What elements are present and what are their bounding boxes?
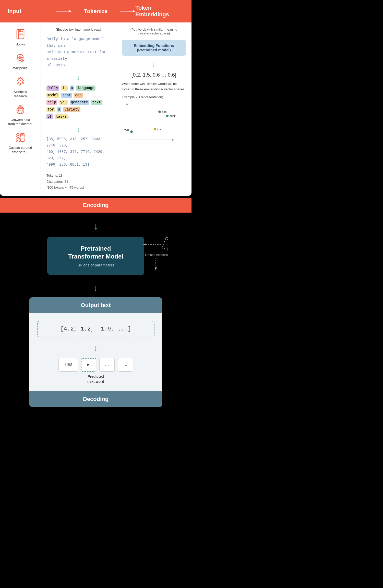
internet-icon: WWW — [14, 103, 27, 116]
svg-point-51 — [158, 111, 161, 113]
svg-text:WWW: WWW — [18, 106, 22, 108]
encoding-label: Encoding — [83, 202, 109, 208]
sentence-plain: Dolly is a language model that canhelp y… — [46, 36, 110, 69]
predicted-label: Predictednext word — [37, 374, 154, 384]
stat-chars: Characters: 81 — [46, 179, 110, 185]
output-arrow-from-transformer: ↓ — [93, 283, 98, 293]
svg-marker-3 — [133, 10, 135, 13]
tokenize-subtitle: (Encode text into numeric rep.) — [46, 28, 110, 31]
input-column: Books Wikipedia — [0, 22, 41, 196]
curated-label: Custom curateddata sets ... — [9, 146, 32, 154]
encoding-bar: Encoding — [0, 198, 192, 213]
svg-line-37 — [18, 135, 19, 136]
word-this: This — [58, 358, 78, 372]
book-icon — [14, 28, 27, 41]
black-section: ↓ PretrainedTransformer Model Billions o… — [0, 213, 192, 415]
svg-marker-63 — [155, 267, 157, 271]
input-title: Input — [8, 8, 21, 15]
encode-arrow: ↓ — [93, 220, 98, 232]
input-curated: Custom curateddata sets ... — [9, 131, 32, 154]
output-header: Output text — [29, 297, 162, 313]
human-feedback-label: Human Feedback — [144, 253, 168, 257]
science-label: Scientificresearch — [14, 90, 27, 99]
header-tokenize: Tokenize — [71, 8, 120, 15]
output-down-arrow: ↓ — [37, 344, 154, 353]
science-icon — [14, 75, 27, 88]
word-ellipsis-2: ... — [118, 358, 133, 372]
svg-point-59 — [165, 237, 168, 240]
vector-value: [0.2, 1.5, 0.6 … 0.6] — [122, 72, 186, 78]
token-numbers: [35, 5098, 318, 257, 3303, 2746, 326,460… — [46, 136, 110, 168]
tokenize-column: (Encode text into numeric rep.) Dolly is… — [41, 22, 116, 196]
svg-text:puppy: puppy — [170, 114, 175, 117]
input-science: Scientificresearch — [14, 75, 27, 99]
arrow-1 — [56, 9, 71, 14]
stat-note: (100 tokens ~= 75 words) — [46, 185, 110, 190]
svg-point-18 — [20, 80, 21, 81]
transformer-box: PretrainedTransformer Model Billions of … — [47, 237, 144, 275]
transformer-title: PretrainedTransformer Model — [60, 244, 131, 260]
header-bar: Input Tokenize Token Embeddings — [0, 0, 192, 22]
word-ellipsis-1: ... — [99, 358, 115, 372]
wikipedia-label: Wikipedia — [13, 66, 27, 70]
svg-text:dog: dog — [162, 110, 166, 113]
embeddings-title: Token Embeddings — [135, 5, 184, 18]
svg-marker-61 — [143, 243, 146, 246]
tokenize-title: Tokenize — [84, 8, 108, 15]
internet-label: Crawled datafrom the internet — [8, 118, 32, 127]
svg-marker-1 — [69, 10, 71, 13]
output-body: [4.2, 1.2, -1.9, ...] ↓ This is ... ... … — [29, 313, 162, 391]
word-is: is — [81, 358, 96, 372]
output-vector: [4.2, 1.2, -1.9, ...] — [37, 321, 154, 337]
decoding-bar: Decoding — [29, 391, 162, 407]
input-internet: WWW Crawled datafrom the internet — [8, 103, 32, 127]
svg-point-26 — [20, 84, 21, 86]
token-sentence: Dolly is a language model that can help … — [46, 84, 110, 120]
svg-point-53 — [166, 115, 169, 117]
feedback-down-arrow — [153, 258, 158, 271]
human-feedback-arrow — [140, 237, 171, 252]
svg-text:van: van — [124, 128, 129, 131]
embedding-subtitle: (Put words with similar meaningclose in … — [122, 28, 186, 35]
svg-line-43 — [18, 139, 19, 141]
word-boxes: This is ... ... — [37, 358, 154, 372]
arrow-down-2: ↓ — [46, 125, 110, 133]
input-books: Books — [14, 28, 27, 47]
stat-tokens: Tokens: 18 — [46, 173, 110, 178]
wikipedia-icon — [14, 51, 27, 65]
svg-point-57 — [130, 130, 133, 133]
embedding-chart: dog puppy car van — [122, 102, 173, 142]
transformer-subtitle: Billions of parameters — [60, 263, 131, 267]
svg-rect-9 — [19, 30, 20, 32]
input-wikipedia: Wikipedia — [13, 51, 27, 70]
svg-line-23 — [18, 78, 19, 79]
header-input: Input — [8, 8, 56, 15]
main-grid: Books Wikipedia — [0, 22, 192, 196]
embedding-arrow-down: ↓ — [122, 60, 186, 68]
arrow-2 — [120, 9, 135, 14]
embedding-function-label: Embedding Functions(Pretrained model) — [134, 43, 174, 52]
curated-icon — [14, 131, 27, 144]
token-stats: Tokens: 18 Characters: 81 (100 tokens ~=… — [46, 173, 110, 190]
svg-text:car: car — [157, 128, 161, 131]
svg-marker-50 — [172, 139, 174, 141]
embedding-example-label: Example 2D representation; — [122, 95, 186, 99]
output-section: Output text [4.2, 1.2, -1.9, ...] ↓ This… — [29, 297, 162, 407]
embedding-function-box: Embedding Functions(Pretrained model) — [122, 40, 186, 56]
svg-point-55 — [154, 128, 156, 130]
embedding-column: (Put words with similar meaningclose in … — [116, 22, 192, 196]
books-label: Books — [16, 42, 25, 47]
header-embeddings: Token Embeddings — [135, 5, 184, 18]
arrow-down-1: ↓ — [46, 74, 110, 82]
svg-marker-48 — [126, 103, 128, 105]
chart-svg: dog puppy car van — [122, 102, 175, 145]
human-feedback-area: Human Feedback — [140, 237, 171, 271]
embedding-desc: When done well, similar words will be cl… — [122, 81, 186, 92]
